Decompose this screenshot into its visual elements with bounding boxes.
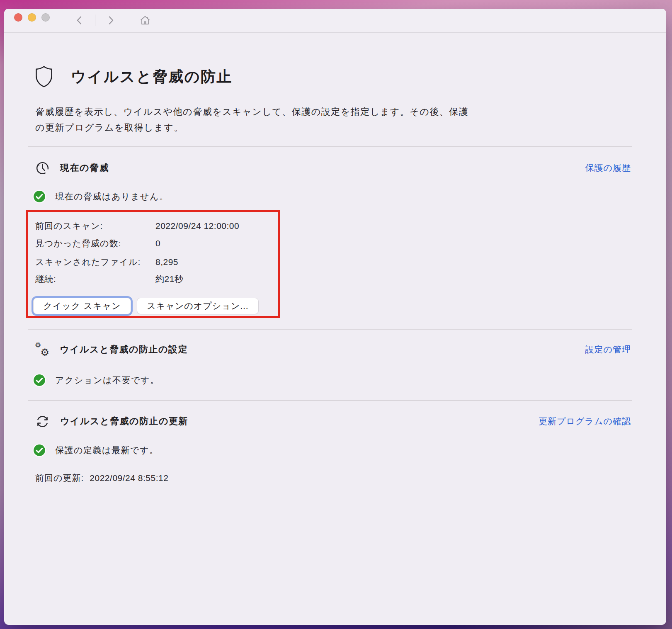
green-check-icon (32, 443, 46, 457)
status-text: 保護の定義は最新です。 (55, 444, 158, 456)
status-text: アクションは不要です。 (55, 374, 159, 386)
scan-label: スキャンされたファイル: (35, 257, 141, 267)
check-updates-link[interactable]: 更新プログラムの確認 (539, 414, 631, 429)
refresh-icon (35, 414, 50, 429)
green-check-icon (32, 189, 46, 204)
page-description-line: 脅威履歴を表示し、ウイルスや他の脅威をスキャンして、保護の設定を指定します。その… (35, 104, 475, 120)
section-header-protection-settings: ⚙ ⚙ ウイルスと脅威の防止の設定 (35, 342, 188, 357)
close-button[interactable] (14, 13, 22, 22)
page-description: 脅威履歴を表示し、ウイルスや他の脅威をスキャンして、保護の設定を指定します。その… (35, 104, 475, 136)
page-header: ウイルスと脅威の防止 (35, 66, 233, 88)
scan-label: 見つかった脅威の数: (35, 238, 121, 248)
page-title: ウイルスと脅威の防止 (71, 67, 233, 87)
gear-large-icon: ⚙ (40, 347, 49, 357)
status-row-current-threats: 現在の脅威はありません。 (32, 189, 168, 204)
scan-row-threats-found: 見つかった脅威の数: 0 (35, 237, 121, 250)
divider (28, 146, 632, 147)
scan-row-last-scan: 前回のスキャン: 2022/09/24 12:00:00 (35, 220, 103, 232)
scan-label: 前回のスキャン: (35, 221, 103, 231)
scan-value: 8,295 (155, 256, 178, 268)
divider (28, 400, 632, 401)
section-title: 現在の脅威 (60, 162, 109, 174)
section-title: ウイルスと脅威の防止の更新 (60, 415, 188, 427)
page-description-line: の更新プログラムを取得します。 (35, 120, 475, 136)
scan-row-duration: 継続: 約21秒 (35, 273, 56, 285)
scan-value: 2022/09/24 12:00:00 (155, 220, 239, 232)
green-check-icon (32, 373, 46, 387)
chevron-right-icon (105, 15, 116, 26)
section-title: ウイルスと脅威の防止の設定 (60, 343, 188, 356)
last-update-row: 前回の更新:2022/09/24 8:55:12 (35, 472, 168, 484)
last-update-label: 前回の更新: (35, 473, 84, 483)
quick-scan-button[interactable]: クイック スキャン (33, 298, 131, 314)
home-button[interactable] (136, 12, 154, 29)
scan-value: 0 (155, 237, 160, 250)
gears-icon: ⚙ ⚙ (35, 342, 50, 357)
minimize-button[interactable] (28, 13, 36, 22)
last-update-value: 2022/09/24 8:55:12 (90, 473, 168, 483)
history-clock-icon (35, 160, 50, 176)
scan-label: 継続: (35, 274, 56, 284)
status-text: 現在の脅威はありません。 (55, 191, 168, 202)
back-button[interactable] (71, 12, 88, 29)
protection-history-link[interactable]: 保護の履歴 (585, 160, 631, 175)
nav-separator (95, 15, 95, 26)
status-row-updates: 保護の定義は最新です。 (32, 443, 158, 458)
scan-value: 約21秒 (155, 273, 183, 285)
scan-options-button[interactable]: スキャンのオプション... (137, 298, 259, 314)
manage-settings-link[interactable]: 設定の管理 (585, 342, 631, 357)
scan-row-files-scanned: スキャンされたファイル: 8,295 (35, 256, 141, 268)
titlebar (4, 9, 666, 33)
chevron-left-icon (74, 15, 85, 26)
forward-button[interactable] (102, 12, 119, 29)
section-header-current-threats: 現在の脅威 (35, 160, 109, 175)
windows-security-window: ウイルスと脅威の防止 脅威履歴を表示し、ウイルスや他の脅威をスキャンして、保護の… (4, 9, 666, 625)
status-row-settings: アクションは不要です。 (32, 373, 159, 388)
section-header-protection-updates: ウイルスと脅威の防止の更新 (35, 414, 188, 429)
fullscreen-button[interactable] (41, 13, 50, 22)
home-icon (139, 15, 151, 26)
shield-icon (35, 66, 53, 88)
divider (28, 329, 632, 330)
